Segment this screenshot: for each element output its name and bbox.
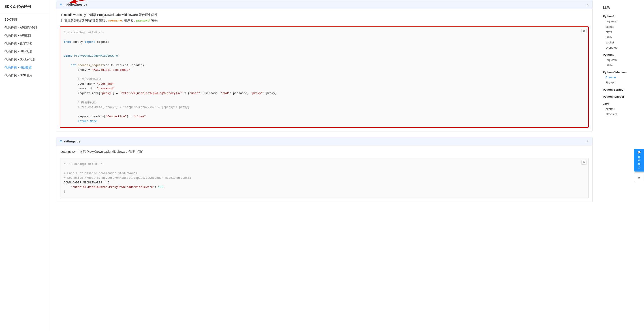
sidebar-item-digital-sign[interactable]: 代码样例 - 数字签名 (0, 40, 49, 48)
middlewares-code: # -*- coding: utf-8 -*- from scrapy impo… (60, 27, 588, 127)
sidebar-item-socks-proxy[interactable]: 代码样例 - Socks代理 (0, 56, 49, 64)
username-hint: username (108, 19, 122, 22)
settings-title: ≡ settings.py (60, 139, 80, 143)
toc-item-httpx[interactable]: httpx (603, 29, 640, 35)
toc-item-chrome[interactable]: Chrome (603, 75, 640, 80)
sidebar-title: SDK & 代码样例 (0, 5, 49, 13)
middlewares-container: ≡ middlewares.py ∧ 1. middlewares.py 中新增… (56, 0, 592, 131)
settings-container: ≡ settings.py ∧ settings.py 中激活 ProxyDow… (56, 137, 592, 202)
header-icon: ≡ (60, 3, 62, 7)
sidebar: SDK & 代码样例 SDK下载 代码样例 - API密钥令牌 代码样例 - A… (0, 0, 49, 331)
middlewares-header: ≡ middlewares.py ∧ (56, 0, 592, 9)
toc-item-pyppeteer[interactable]: pyppeteer (603, 45, 640, 50)
settings-header-icon: ≡ (60, 139, 62, 143)
contact-icon: 💬 (638, 151, 641, 155)
middlewares-code-area: ⧉ # -*- coding: utf-8 -*- from scrapy im… (60, 27, 589, 128)
toc-item-aiohttp[interactable]: aiohttp (603, 24, 640, 29)
main-content: ≡ middlewares.py ∧ 1. middlewares.py 中新增… (49, 0, 599, 331)
sidebar-item-http-tunnel[interactable]: 代码样例 - Http隧道 (0, 64, 49, 72)
toc-item-socket[interactable]: socket (603, 40, 640, 45)
toc-item-httpclient[interactable]: httpclient (603, 112, 640, 117)
middlewares-copy-button[interactable]: ⧉ (581, 29, 586, 33)
middlewares-title: ≡ middlewares.py (60, 3, 87, 7)
settings-code-area: ⧉ # -*- coding: utf-8 -*- # Enable or di… (60, 158, 589, 199)
password-hint: password (136, 19, 150, 22)
sidebar-item-sdk-download[interactable]: SDK下载 (0, 16, 49, 24)
settings-code: # -*- coding: utf-8 -*- # Enable or disa… (60, 158, 588, 198)
sidebar-item-http-proxy[interactable]: 代码样例 - Http代理 (0, 48, 49, 56)
sidebar-item-api-interface[interactable]: 代码样例 - API接口 (0, 32, 49, 40)
toc-item-requests-py2[interactable]: requests (603, 57, 640, 63)
settings-copy-button[interactable]: ⧉ (581, 160, 586, 165)
instruction-line-1: 1. middlewares.py 中新增 ProxyDownloaderMid… (61, 12, 588, 18)
toc-section-python2: Python2 (603, 52, 640, 57)
toc-item-requests-py3[interactable]: requests (603, 19, 640, 24)
settings-instructions: settings.py 中激活 ProxyDownloaderMiddlewar… (56, 146, 592, 158)
instruction-line-2: 2. 请注意替换代码中的部分信息：username: 用户名，password:… (61, 18, 588, 23)
sidebar-item-sdk-usage[interactable]: 代码样例 - SDK使用 (0, 72, 49, 80)
svg-line-1 (70, 0, 101, 3)
toc-section-java: Java (603, 101, 640, 106)
float-contact-panel: 💬 联系我们 ∧ (634, 149, 644, 182)
toc-section-python-scrapy: Python-Scrapy (603, 87, 640, 92)
toc-item-firefox[interactable]: Firefox (603, 80, 640, 85)
contact-label: 联系我们 (638, 155, 640, 169)
sidebar-item-api-key[interactable]: 代码样例 - API密钥令牌 (0, 24, 49, 32)
back-top-icon: ∧ (638, 175, 640, 179)
contact-button[interactable]: 💬 联系我们 (634, 149, 644, 172)
toc-section-python3: Python3 (603, 14, 640, 19)
toc-section-python-feapder: Python-feapder (603, 94, 640, 99)
settings-header: ≡ settings.py ∧ (56, 137, 592, 146)
middlewares-instructions: 1. middlewares.py 中新增 ProxyDownloaderMid… (56, 9, 592, 27)
toc-title: 目录 (603, 5, 640, 11)
settings-instruction-line: settings.py 中激活 ProxyDownloaderMiddlewar… (61, 149, 588, 155)
toc-item-okhttp3[interactable]: okhttp3 (603, 106, 640, 112)
settings-toggle[interactable]: ∧ (586, 140, 589, 143)
back-top-button[interactable]: ∧ (634, 172, 644, 182)
toc-item-urllib2[interactable]: urllib2 (603, 63, 640, 68)
toc-section-python-selenium: Python-Selenium (603, 70, 640, 75)
middlewares-toggle[interactable]: ∧ (586, 3, 589, 6)
toc-item-urllib[interactable]: urllib (603, 35, 640, 40)
